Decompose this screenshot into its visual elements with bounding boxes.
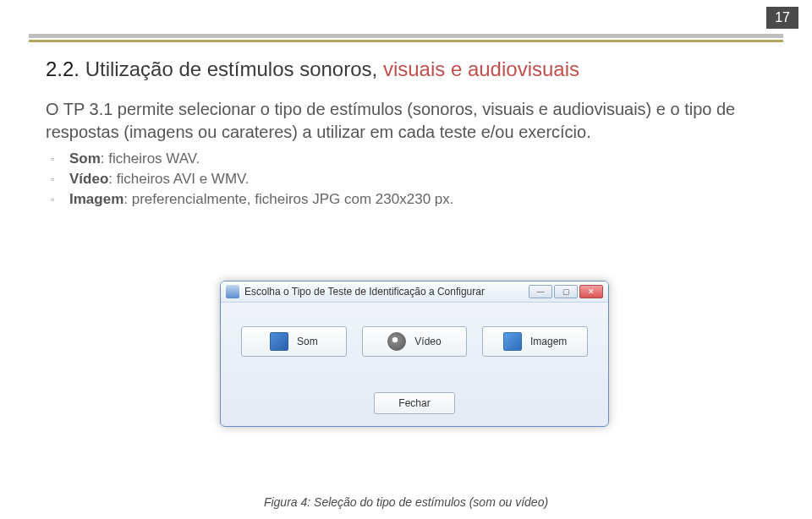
- video-label: Vídeo: [414, 336, 441, 347]
- som-label: Som: [297, 336, 318, 347]
- bullet-label: Vídeo: [69, 171, 108, 187]
- bullet-rest: : preferencialmente, ficheiros JPG com 2…: [123, 191, 453, 207]
- list-item: Vídeo: ficheiros AVI e WMV.: [69, 171, 778, 188]
- bullet-rest: : ficheiros AVI e WMV.: [108, 171, 249, 187]
- heading-text: Utilização de estímulos sonoros,: [85, 57, 383, 80]
- titlebar: Escolha o Tipo de Teste de Identificação…: [221, 281, 608, 303]
- heading-highlight: visuais e audiovisuais: [383, 57, 579, 80]
- bullet-rest: : ficheiros WAV.: [101, 150, 200, 167]
- sound-icon: [270, 332, 288, 351]
- section-heading: 2.2. Utilização de estímulos sonoros, vi…: [46, 57, 778, 81]
- fechar-button[interactable]: Fechar: [374, 392, 455, 414]
- bullet-list: Som: ficheiros WAV. Vídeo: ficheiros AVI…: [46, 150, 778, 208]
- imagem-button[interactable]: Imagem: [482, 326, 588, 357]
- video-button[interactable]: Vídeo: [362, 326, 468, 357]
- bullet-label: Som: [69, 150, 101, 167]
- close-window-button[interactable]: ✕: [579, 285, 603, 298]
- content-area: 2.2. Utilização de estímulos sonoros, vi…: [46, 57, 778, 211]
- imagem-label: Imagem: [530, 336, 567, 347]
- intro-paragraph: O TP 3.1 permite selecionar o tipo de es…: [46, 98, 778, 144]
- dialog-screenshot: Escolha o Tipo de Teste de Identificação…: [220, 281, 609, 427]
- window-controls: — ▢ ✕: [529, 285, 603, 298]
- heading-number: 2.2.: [46, 57, 85, 80]
- figure-caption: Figura 4: Seleção do tipo de estímulos (…: [0, 495, 812, 509]
- close-row: Fechar: [241, 392, 588, 414]
- dialog-body: Som Vídeo Imagem Fechar: [221, 303, 608, 426]
- app-icon: [226, 285, 239, 298]
- minimize-button[interactable]: —: [529, 285, 552, 298]
- header-rule: [29, 34, 783, 42]
- list-item: Imagem: preferencialmente, ficheiros JPG…: [69, 191, 778, 208]
- som-button[interactable]: Som: [241, 326, 347, 357]
- image-icon: [503, 332, 522, 351]
- page-number-badge: 17: [766, 7, 798, 29]
- video-icon: [387, 332, 406, 351]
- bullet-label: Imagem: [69, 191, 123, 207]
- dialog-window: Escolha o Tipo de Teste de Identificação…: [220, 281, 609, 427]
- window-title: Escolha o Tipo de Teste de Identificação…: [244, 286, 524, 298]
- maximize-button[interactable]: ▢: [554, 285, 578, 298]
- type-button-row: Som Vídeo Imagem: [241, 326, 588, 357]
- list-item: Som: ficheiros WAV.: [69, 150, 778, 167]
